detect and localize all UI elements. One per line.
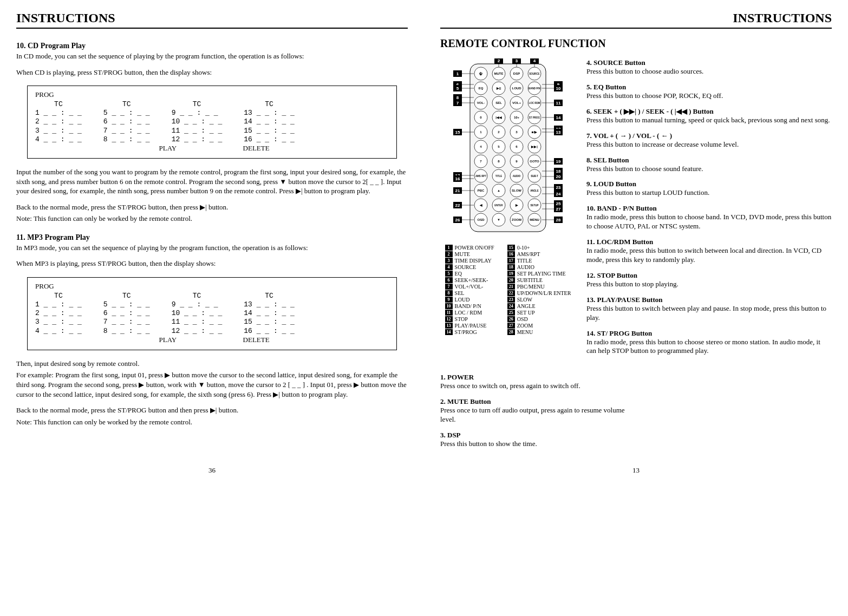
prog-row: 13 _ _ : _ _	[244, 300, 295, 309]
prog-row: 16 _ _ : _ _	[244, 327, 295, 336]
remote-button-label: MENU	[530, 218, 539, 221]
callout-num: 5	[456, 86, 459, 91]
remote-diagram: ⏻MUTEDSPSOURCEEQ▶||LOUDBAND P/NVOL-SELVO…	[440, 58, 576, 362]
s10-p5: Note: This function can only be worked b…	[16, 214, 408, 224]
callout-num: 8	[456, 95, 459, 100]
prog-row: 12 _ _ : _ _	[172, 327, 223, 336]
legend-item: 20SUBTITLE	[507, 277, 571, 283]
legend-text: BAND/ P/N	[455, 303, 481, 309]
remote-button-label: AMS RPT	[475, 175, 487, 178]
prog-row: 9 _ _ : _ _	[172, 109, 223, 117]
prog-row: 10 _ _ : _ _	[172, 309, 223, 318]
desc-item: 5. EQ ButtonPress this button to choose …	[586, 83, 832, 101]
prog-row: 6 _ _ : _ _	[103, 309, 150, 318]
legend-item: 11LOC / RDM	[445, 310, 494, 316]
delete-label: DELETE	[212, 144, 301, 153]
legend-text: TITLE	[517, 258, 532, 264]
s11-p1: In MP3 mode, you can set the sequence of…	[16, 243, 408, 253]
right-header: INSTRUCTIONS	[440, 11, 832, 29]
legend-text: OSD	[517, 316, 528, 322]
remote-button-label: |◀◀	[495, 116, 502, 119]
remote-button-label: SOURCE	[529, 73, 539, 75]
s11-p5: Back to the normal mode, press the ST/PR…	[16, 405, 408, 415]
remote-button-label: BAND P/N	[529, 87, 540, 90]
callout-num: 16	[455, 176, 460, 181]
callout-num: 7	[456, 101, 459, 106]
legend-num: 17	[507, 258, 515, 264]
legend-text: LOUD	[455, 297, 470, 303]
desc-text: In radio mode, press this button to swit…	[586, 246, 832, 265]
remote-button-label: SEL	[495, 101, 502, 104]
legend-col1: 1POWER ON/OFF2MUTE3TIME DISPLAY4SOURCE5E…	[445, 245, 494, 335]
remote-desc-right: 4. SOURCE ButtonPress this button to cho…	[586, 58, 832, 362]
remote-button-label: ▶	[515, 204, 518, 207]
legend-text: AUDIO	[517, 264, 534, 270]
left-page: INSTRUCTIONS 10. CD Program Play In CD m…	[16, 11, 408, 475]
desc-spacer	[644, 373, 832, 455]
desc-item: 9. LOUD ButtonPress this button to start…	[586, 180, 832, 198]
desc-title: 3. DSP	[440, 431, 628, 440]
remote-button-label: LOUD	[512, 87, 522, 90]
desc-item: 4. SOURCE ButtonPress this button to cho…	[586, 58, 832, 76]
legend-text: SOURCE	[455, 264, 476, 270]
desc-text: Press this button to choose sound featur…	[586, 165, 832, 174]
legend-item: 18AUDIO	[507, 264, 571, 270]
prog-col: TC5 _ _ : _ _6 _ _ : _ _7 _ _ : _ _8 _ _…	[103, 292, 150, 336]
remote-button-label: ENTER	[494, 204, 503, 207]
remote-button-label: ANGLE	[530, 189, 539, 192]
prog-row: 15 _ _ : _ _	[244, 127, 295, 135]
legend-text: TIME DISPLAY	[455, 258, 492, 264]
s11-p4: For example: Program the first song, inp…	[16, 370, 408, 399]
prog-footer-mp3: PLAY DELETE	[35, 336, 389, 344]
prog-row: 7 _ _ : _ _	[103, 318, 150, 326]
s11-title: 11. MP3 Program Play	[16, 233, 408, 242]
play-label: PLAY	[123, 144, 212, 153]
prog-row: 6 _ _ : _ _	[103, 117, 150, 126]
desc-title: 8. SEL Button	[586, 156, 832, 165]
remote-button-label: VOL+	[512, 101, 521, 104]
desc-text: In radio mode, press this button to choo…	[586, 338, 832, 356]
legend-text: VOL+/VOL-	[455, 284, 484, 290]
prog-row: 3 _ _ : _ _	[35, 127, 82, 135]
remote-button-label: SUB-T	[531, 175, 538, 178]
callout-num: 13	[556, 130, 561, 135]
legend-text: SEEK+/SEEK-	[455, 277, 488, 283]
legend-num: 6	[445, 277, 453, 283]
left-header: INSTRUCTIONS	[16, 11, 408, 29]
callout-num: 22	[455, 203, 460, 208]
prog-row: 1 _ _ : _ _	[35, 300, 82, 309]
prog-row: 4 _ _ : _ _	[35, 135, 82, 144]
prog-row: 10 _ _ : _ _	[172, 117, 223, 126]
callout-num: 4	[533, 58, 536, 63]
legend-item: 24ANGLE	[507, 303, 571, 309]
s10-p4: Back to the normal mode, press the ST/PR…	[16, 202, 408, 212]
prog-row: 13 _ _ : _ _	[244, 109, 295, 117]
desc-title: 4. SOURCE Button	[586, 58, 832, 67]
prog-row: 16 _ _ : _ _	[244, 135, 295, 144]
remote-button-label: AUDIO	[513, 175, 521, 178]
prog-row: 2 _ _ : _ _	[35, 309, 82, 318]
legend-num: 23	[507, 297, 515, 303]
legend-num: 20	[507, 277, 515, 283]
prog-col: TC13 _ _ : _ _14 _ _ : _ _15 _ _ : _ _16…	[244, 100, 295, 144]
prog-col: TC9 _ _ : _ _10 _ _ : _ _11 _ _ : _ _12 …	[172, 292, 223, 336]
legend-item: 16AMS/RPT	[507, 251, 571, 257]
legend-text: SEL	[455, 290, 465, 296]
callout-num: 27	[556, 207, 561, 212]
prog-cols-cd: TC1 _ _ : _ _2 _ _ : _ _3 _ _ : _ _4 _ _…	[35, 100, 389, 144]
s10-p3: Input the number of the song you want to…	[16, 167, 408, 196]
callout-num: 19	[556, 159, 561, 164]
prog-label-2: PROG	[35, 282, 389, 291]
desc-title: 12. STOP Button	[586, 271, 832, 280]
legend-num: 18	[507, 264, 515, 270]
remote-button-label: ▶||	[496, 87, 501, 90]
legend-text: POWER ON/OFF	[455, 245, 494, 251]
legend-num: 9	[445, 297, 453, 303]
desc-title: 7. VOL + ( → ) / VOL - ( ← )	[586, 132, 832, 140]
prog-row: 3 _ _ : _ _	[35, 318, 82, 326]
desc-item: 3. DSPPress this button to show the time…	[440, 431, 628, 449]
desc-text: Press this button to choose POP, ROCK, E…	[586, 91, 832, 101]
desc-item: 1. POWERPress once to switch on, press a…	[440, 373, 628, 391]
desc-bottom: 1. POWERPress once to switch on, press a…	[440, 373, 832, 455]
legend-num: 16	[507, 251, 515, 257]
